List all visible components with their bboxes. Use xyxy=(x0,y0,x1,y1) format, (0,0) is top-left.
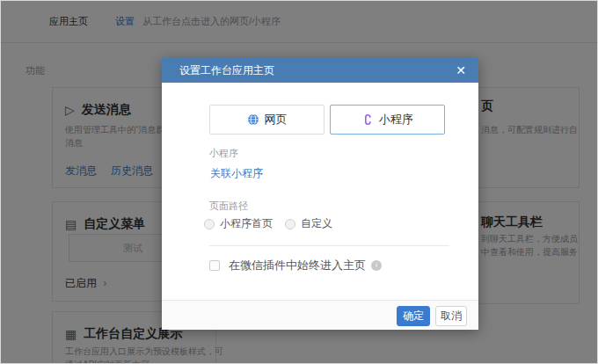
associate-miniprogram-link[interactable]: 关联小程序 xyxy=(210,166,263,181)
checkbox-label[interactable]: 在微信插件中始终进入主页 xyxy=(229,258,366,273)
radio-icon[interactable] xyxy=(204,219,215,229)
confirm-button[interactable]: 确定 xyxy=(397,306,430,326)
miniprogram-field-label: 小程序 xyxy=(209,147,238,160)
miniprogram-type-button[interactable]: 小程序 xyxy=(330,105,445,135)
radio-label[interactable]: 自定义 xyxy=(301,216,332,231)
close-icon[interactable]: ✕ xyxy=(456,58,466,83)
miniprogram-icon xyxy=(361,113,374,127)
dialog-footer: 确定 取消 xyxy=(162,300,478,330)
info-icon[interactable]: i xyxy=(371,260,382,271)
page-path-radio-row: 小程序首页 自定义 xyxy=(204,216,345,231)
app-window: 应用主页 设置 从工作台点击进入的网页/小程序 功能 ▷ 发送消息 使用管理工具… xyxy=(0,0,598,364)
dialog-title: 设置工作台应用主页 xyxy=(179,63,274,78)
webpage-type-label: 网页 xyxy=(265,112,288,127)
webpage-type-button[interactable]: 网页 xyxy=(209,105,325,135)
divider xyxy=(209,245,449,246)
dialog-header: 设置工作台应用主页 ✕ xyxy=(162,58,478,83)
checkbox[interactable] xyxy=(209,260,220,271)
page-path-label: 页面路径 xyxy=(209,200,248,213)
radio-miniprogram-home[interactable]: 小程序首页 xyxy=(204,216,273,231)
miniprogram-type-label: 小程序 xyxy=(379,112,413,127)
globe-icon xyxy=(247,113,259,126)
always-enter-homepage-option: 在微信插件中始终进入主页 i xyxy=(209,258,382,273)
set-workbench-homepage-dialog: 设置工作台应用主页 ✕ 网页 xyxy=(162,58,478,330)
radio-icon[interactable] xyxy=(285,219,295,229)
radio-custom-path[interactable]: 自定义 xyxy=(285,216,332,231)
cancel-button[interactable]: 取消 xyxy=(435,306,467,326)
radio-label[interactable]: 小程序首页 xyxy=(220,216,273,231)
homepage-type-selector: 网页 小程序 xyxy=(209,105,445,135)
